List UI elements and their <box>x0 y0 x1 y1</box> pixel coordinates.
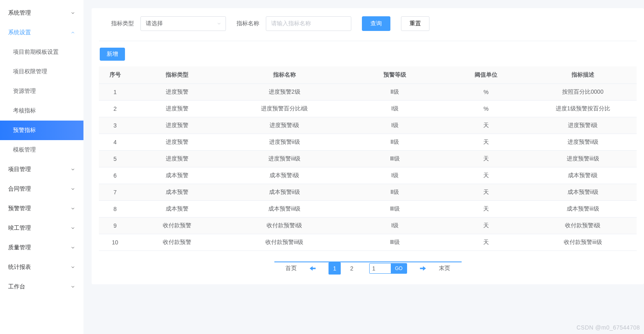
table-row[interactable]: 3进度预警进度预警i级Ⅰ级天进度预警i级 <box>99 117 637 134</box>
pagination-go: GO <box>369 263 407 274</box>
table-cell: 天 <box>443 167 529 184</box>
menu-group[interactable]: 项目管理 <box>0 160 83 179</box>
menu-subitem-label: 预警指标 <box>13 127 36 134</box>
table-row[interactable]: 1进度预警进度预警2级Ⅱ级%按照百分比0000 <box>99 84 637 101</box>
menu-subitem[interactable]: 预警指标 <box>0 121 83 140</box>
menu-subitem-label: 资源管理 <box>13 88 36 95</box>
table-cell: 5 <box>99 151 131 167</box>
table-cell: 进度预警 <box>131 134 223 151</box>
table-cell: 进度预警 <box>131 117 223 134</box>
table-row[interactable]: 2进度预警进度预警百分比i级Ⅰ级%进度1级预警按百分比 <box>99 101 637 117</box>
menu-group[interactable]: 统计报表 <box>0 257 83 277</box>
table-cell: 进度预警iii级 <box>223 151 346 167</box>
table-cell: 成本预警iii级 <box>529 201 637 218</box>
menu-group-label: 预警管理 <box>8 205 31 212</box>
chevron-down-icon <box>70 167 75 172</box>
pagination-go-input[interactable] <box>370 264 391 273</box>
table-row[interactable]: 7成本预警成本预警ii级Ⅱ级天成本预警ii级 <box>99 184 637 201</box>
filter-name-group: 指标名称 请输入指标名称 <box>237 16 351 31</box>
filter-name-input[interactable]: 请输入指标名称 <box>266 16 351 31</box>
menu-group-label: 系统管理 <box>8 9 31 17</box>
chevron-down-icon <box>70 11 75 15</box>
menu-group[interactable]: 系统管理 <box>0 3 83 23</box>
table-cell: Ⅱ级 <box>346 184 443 201</box>
filter-bar: 指标类型 请选择 指标名称 请输入指标名称 查询 重置 <box>99 16 637 41</box>
table-row[interactable]: 4进度预警进度预警ii级Ⅱ级天进度预警ii级 <box>99 134 637 151</box>
table-cell: 成本预警iii级 <box>223 201 346 218</box>
menu-subitem[interactable]: 模板管理 <box>0 140 83 160</box>
table-cell: 3 <box>99 117 131 134</box>
pagination-page[interactable]: 2 <box>346 262 358 275</box>
chevron-down-icon <box>70 265 75 270</box>
table-cell: 天 <box>443 218 529 234</box>
table-cell: 2 <box>99 101 131 117</box>
reset-button[interactable]: 重置 <box>401 16 429 31</box>
table-cell: 成本预警ii级 <box>223 184 346 201</box>
table-cell: 1 <box>99 84 131 101</box>
table-cell: 10 <box>99 234 131 251</box>
menu-group[interactable]: 竣工管理 <box>0 218 83 238</box>
arrow-right-icon[interactable] <box>418 264 427 273</box>
table-cell: 天 <box>443 201 529 218</box>
menu-group[interactable]: 合同管理 <box>0 179 83 199</box>
chevron-down-icon <box>70 187 75 191</box>
table-row[interactable]: 10收付款预警收付款预警iii级Ⅲ级天收付款预警iii级 <box>99 234 637 251</box>
table-cell: 天 <box>443 234 529 251</box>
menu-subitem[interactable]: 项目权限管理 <box>0 62 83 81</box>
table-cell: 天 <box>443 117 529 134</box>
chevron-down-icon <box>70 226 75 231</box>
table-cell: 7 <box>99 184 131 201</box>
menu-group[interactable]: 工作台 <box>0 277 83 297</box>
chevron-down-icon <box>70 245 75 250</box>
menu-subitem-label: 模板管理 <box>13 146 36 154</box>
table-cell: 进度预警iii级 <box>529 151 637 167</box>
table-cell: 收付款预警i级 <box>223 218 346 234</box>
chevron-up-icon <box>70 30 75 35</box>
table-cell: 进度预警ii级 <box>529 134 637 151</box>
table-cell: 进度1级预警按百分比 <box>529 101 637 117</box>
data-table: 序号指标类型指标名称预警等级阈值单位指标描述 1进度预警进度预警2级Ⅱ级%按照百… <box>99 66 637 251</box>
table-cell: Ⅰ级 <box>346 167 443 184</box>
chevron-down-icon <box>70 284 75 289</box>
menu-subitem[interactable]: 项目前期模板设置 <box>0 42 83 62</box>
table-cell: 成本预警 <box>131 184 223 201</box>
menu-group[interactable]: 质量管理 <box>0 238 83 257</box>
table-cell: 成本预警 <box>131 201 223 218</box>
pagination-page[interactable]: 1 <box>329 262 341 275</box>
menu-group-label: 项目管理 <box>8 166 31 173</box>
table-cell: 进度预警 <box>131 84 223 101</box>
menu-group[interactable]: 系统设置 <box>0 23 83 42</box>
table-cell: Ⅱ级 <box>346 134 443 151</box>
add-button[interactable]: 新增 <box>100 48 125 61</box>
table-cell: 成本预警i级 <box>529 167 637 184</box>
table-row[interactable]: 6成本预警成本预警i级Ⅰ级天成本预警i级 <box>99 167 637 184</box>
table-row[interactable]: 8成本预警成本预警iii级Ⅲ级天成本预警iii级 <box>99 201 637 218</box>
pagination-last[interactable]: 末页 <box>439 265 450 272</box>
table-cell: 成本预警 <box>131 167 223 184</box>
table-cell: 进度预警i级 <box>529 117 637 134</box>
menu-subitem-label: 项目权限管理 <box>13 68 47 75</box>
table-cell: 进度预警 <box>131 151 223 167</box>
watermark: CSDN @m0_67544708 <box>576 324 640 331</box>
menu-group[interactable]: 预警管理 <box>0 199 83 218</box>
menu-subitem[interactable]: 资源管理 <box>0 81 83 101</box>
table-row[interactable]: 5进度预警进度预警iii级Ⅲ级天进度预警iii级 <box>99 151 637 167</box>
search-button[interactable]: 查询 <box>362 16 390 31</box>
table-cell: Ⅲ级 <box>346 234 443 251</box>
menu-subitem[interactable]: 考核指标 <box>0 101 83 121</box>
arrow-left-icon[interactable] <box>308 264 317 273</box>
pagination-first[interactable]: 首页 <box>285 265 297 272</box>
chevron-down-icon <box>70 206 75 211</box>
table-header-cell: 序号 <box>99 66 131 84</box>
table-cell: 进度预警2级 <box>223 84 346 101</box>
table-cell: % <box>443 84 529 101</box>
filter-type-select[interactable]: 请选择 <box>140 16 226 31</box>
table-cell: 收付款预警iii级 <box>223 234 346 251</box>
table-cell: 9 <box>99 218 131 234</box>
table-row[interactable]: 9收付款预警收付款预警i级Ⅰ级天收付款预警i级 <box>99 218 637 234</box>
filter-name-placeholder: 请输入指标名称 <box>271 20 311 27</box>
menu-subitem-label: 考核指标 <box>13 107 36 114</box>
table-cell: 收付款预警iii级 <box>529 234 637 251</box>
table-cell: Ⅱ级 <box>346 84 443 101</box>
pagination-go-button[interactable]: GO <box>391 264 407 273</box>
